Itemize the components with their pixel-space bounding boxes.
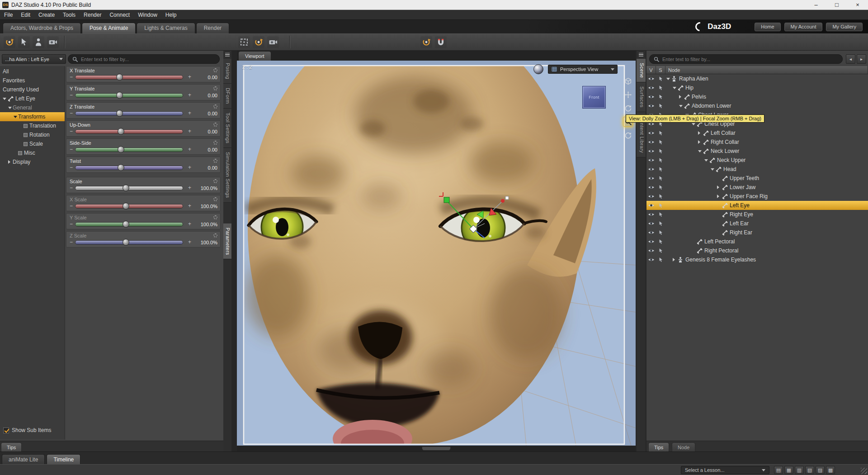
drawstyle-sphere-icon[interactable]	[533, 64, 543, 74]
menu-item-help[interactable]: Help	[161, 10, 181, 20]
expander-icon[interactable]	[692, 123, 696, 125]
slider-y-translate[interactable]: Y Translate−+0.00	[66, 84, 221, 100]
expander-icon[interactable]	[679, 105, 684, 107]
lesson-selector-dropdown[interactable]: Select a Lesson...	[681, 466, 769, 474]
menu-item-tools[interactable]: Tools	[59, 10, 80, 20]
scene-row-pelvis[interactable]: Pelvis	[646, 92, 868, 101]
pose-rotate-tool-icon[interactable]	[420, 36, 432, 48]
visibility-eye-icon[interactable]	[646, 194, 656, 199]
visibility-column-header[interactable]: V	[646, 66, 656, 74]
orbit-view-icon[interactable]	[623, 130, 633, 140]
slider-knob[interactable]	[118, 164, 124, 171]
slider-track[interactable]	[75, 240, 183, 245]
slider-knob[interactable]	[123, 203, 129, 209]
camera-tool-icon[interactable]	[47, 36, 59, 48]
activity-tab-lights-cameras[interactable]: Lights & Cameras	[137, 23, 195, 33]
selectable-pointer-icon[interactable]	[656, 85, 665, 90]
slider-knob[interactable]	[118, 146, 124, 153]
layout-preset-icon-5[interactable]: ▨	[816, 466, 825, 474]
viewport-canvas[interactable]: 2 : 2 Perspective View Front	[237, 61, 636, 446]
expander-icon[interactable]	[698, 140, 703, 144]
increment-button[interactable]: +	[188, 92, 191, 98]
decrement-button[interactable]: −	[70, 239, 73, 245]
slider-z-translate[interactable]: Z Translate−+0.00	[66, 102, 221, 119]
forward-button[interactable]: ▸	[857, 54, 866, 64]
increment-button[interactable]: +	[188, 128, 191, 134]
scene-row-left-pectoral[interactable]: Left Pectoral	[646, 237, 868, 246]
pan-view-icon[interactable]	[623, 90, 633, 100]
layout-preset-icon-2[interactable]: ▦	[784, 466, 793, 474]
increment-button[interactable]: +	[188, 185, 191, 191]
scene-row-rapha-alien[interactable]: Rapha Alien	[646, 74, 868, 83]
node-selector-dropdown[interactable]: ...ha Alien : Left Eye	[2, 54, 66, 64]
scene-row-right-eye[interactable]: Right Eye	[646, 210, 868, 219]
scene-row-genesis-8-female-eyelashes[interactable]: Genesis 8 Female Eyelashes	[646, 255, 868, 264]
slider-knob[interactable]	[116, 92, 123, 99]
view-cube[interactable]: Front	[582, 86, 606, 109]
scene-row-right-ear[interactable]: Right Ear	[646, 228, 868, 237]
visibility-eye-icon[interactable]	[646, 176, 656, 180]
increment-button[interactable]: +	[188, 203, 191, 209]
selectable-pointer-icon[interactable]	[656, 130, 665, 136]
selectable-pointer-icon[interactable]	[656, 194, 665, 199]
expander-icon[interactable]	[717, 195, 722, 198]
selectable-pointer-icon[interactable]	[656, 257, 665, 262]
slider-knob[interactable]	[116, 74, 123, 81]
decrement-button[interactable]: −	[70, 110, 73, 116]
decrement-button[interactable]: −	[70, 128, 73, 134]
right-dock-tab-surfaces[interactable]: Surfaces	[637, 82, 646, 112]
frame-view-icon[interactable]	[623, 76, 633, 86]
selectable-pointer-icon[interactable]	[656, 203, 665, 208]
tips-tab[interactable]: Tips	[1, 442, 22, 451]
slider-track[interactable]	[75, 111, 183, 116]
slider-track[interactable]	[75, 147, 183, 152]
selectability-column-header[interactable]: S	[656, 66, 665, 74]
left-dock-tab-posing[interactable]: Posing	[223, 59, 231, 84]
decrement-button[interactable]: −	[70, 146, 73, 152]
param-nav-display[interactable]: Display	[0, 157, 65, 166]
expander-icon[interactable]	[673, 258, 677, 261]
slider-track[interactable]	[75, 166, 183, 170]
slider-knob[interactable]	[123, 221, 129, 228]
layout-preset-icon-6[interactable]: ▩	[826, 466, 835, 474]
scene-row-left-ear[interactable]: Left Ear	[646, 219, 868, 228]
slider-x-translate[interactable]: X Translate−+0.00	[66, 66, 221, 82]
pointer-tool-icon[interactable]	[18, 36, 30, 48]
slider-up-down[interactable]: Up-Down−+0.00	[66, 120, 221, 137]
slider-knob[interactable]	[123, 185, 129, 191]
magnet-tool-icon[interactable]	[435, 36, 447, 48]
decrement-button[interactable]: −	[70, 164, 73, 171]
selectable-pointer-icon[interactable]	[656, 148, 665, 154]
gear-icon[interactable]	[213, 233, 217, 238]
param-nav-all[interactable]: All	[0, 67, 65, 76]
viewport-tab[interactable]: Viewport	[239, 52, 271, 61]
scene-row-hip[interactable]: Hip	[646, 83, 868, 92]
selectable-pointer-icon[interactable]	[656, 166, 665, 172]
visibility-eye-icon[interactable]	[646, 257, 656, 262]
selectable-pointer-icon[interactable]	[656, 239, 665, 244]
visibility-eye-icon[interactable]	[646, 140, 656, 144]
visibility-eye-icon[interactable]	[646, 131, 656, 135]
expander-icon[interactable]	[698, 131, 703, 135]
increment-button[interactable]: +	[188, 146, 191, 152]
back-button[interactable]: ◂	[846, 54, 855, 64]
menu-item-connect[interactable]: Connect	[105, 10, 134, 20]
slider-track[interactable]	[75, 222, 183, 227]
scene-row-neck-lower[interactable]: Neck Lower	[646, 147, 868, 156]
visibility-eye-icon[interactable]	[646, 95, 656, 99]
gear-icon[interactable]	[213, 68, 217, 72]
selectable-pointer-icon[interactable]	[656, 176, 665, 181]
slider-knob[interactable]	[116, 110, 123, 117]
show-sub-items-row[interactable]: Show Sub Items	[3, 427, 51, 433]
menu-item-render[interactable]: Render	[80, 10, 105, 20]
scene-row-left-collar[interactable]: Left Collar	[646, 128, 868, 138]
selectable-pointer-icon[interactable]	[656, 212, 665, 217]
scene-footer-tab-tips[interactable]: Tips	[648, 442, 669, 451]
activity-tab-render[interactable]: Render	[196, 23, 229, 33]
expander-icon[interactable]	[14, 116, 18, 118]
visibility-eye-icon[interactable]	[646, 230, 656, 235]
selectable-pointer-icon[interactable]	[656, 103, 665, 109]
expander-icon[interactable]	[8, 107, 13, 109]
maximize-button[interactable]: □	[826, 0, 847, 10]
param-nav-favorites[interactable]: Favorites	[0, 76, 65, 85]
